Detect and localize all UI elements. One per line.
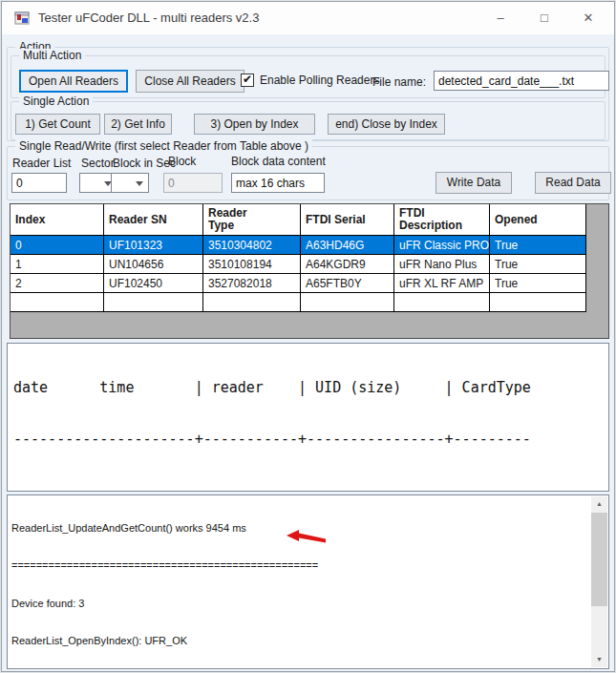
readers-table: Index Reader SN Reader Type FTDI Serial …	[10, 203, 609, 339]
column-header-ftdi-description[interactable]: FTDI Description	[394, 204, 490, 236]
scroll-down-icon[interactable]: ▼	[591, 652, 607, 667]
table-cell[interactable]: uFR Classic PRO...	[394, 236, 490, 255]
scrollbar-thumb[interactable]	[591, 513, 607, 606]
block-data-content-label: Block data content	[231, 155, 326, 168]
table-cell[interactable]: A64KGDR9	[301, 255, 394, 274]
table-cell[interactable]: UN104656	[104, 255, 203, 274]
card-log-panel[interactable]: date time | reader | UID (size) | CardTy…	[7, 343, 609, 492]
checkbox-box[interactable]: ✔	[241, 74, 254, 87]
table-cell[interactable]	[301, 293, 394, 312]
column-header-index[interactable]: Index	[11, 204, 104, 236]
write-data-button[interactable]: Write Data	[435, 172, 512, 194]
file-name-input[interactable]	[434, 71, 609, 91]
table-cell[interactable]: 2	[11, 274, 104, 293]
read-data-button[interactable]: Read Data	[535, 172, 611, 194]
readers-table-grid: Index Reader SN Reader Type FTDI Serial …	[11, 204, 586, 312]
enable-polling-checkbox[interactable]: ✔ Enable Polling Readers	[241, 74, 379, 87]
table-cell[interactable]: True	[490, 255, 586, 274]
multi-action-group: Multi Action Open All Readers Close All …	[11, 55, 605, 98]
single-action-group-label: Single Action	[19, 95, 93, 108]
log-line: Device found: 3	[11, 598, 589, 610]
log-line: ReaderList_OpenByIndex(): UFR_OK	[11, 635, 589, 647]
table-cell[interactable]: True	[490, 274, 586, 293]
table-cell[interactable]: 0	[11, 236, 104, 255]
column-header-reader-type[interactable]: Reader Type	[203, 204, 301, 236]
table-cell[interactable]: UF102450	[104, 274, 203, 293]
card-log-separator-line: ---------------------+-----------+------…	[13, 431, 531, 448]
get-info-button[interactable]: 2) Get Info	[104, 114, 172, 135]
multi-action-group-label: Multi Action	[19, 49, 85, 62]
table-cell[interactable]: UF101323	[104, 236, 203, 255]
table-cell[interactable]: uFR XL RF AMP	[394, 274, 490, 293]
table-cell[interactable]: 3527082018	[203, 274, 301, 293]
reader-list-label: Reader List	[12, 157, 71, 170]
table-cell[interactable]: A65FTB0Y	[301, 274, 394, 293]
scroll-up-icon[interactable]: ▲	[591, 496, 607, 512]
table-cell[interactable]	[490, 293, 586, 312]
table-cell[interactable]: uFR Nano Plus	[394, 255, 490, 274]
table-cell[interactable]	[394, 293, 490, 312]
sector-label: Sector	[81, 157, 115, 170]
title-bar: Tester uFCoder DLL - multi readers v2.3 …	[2, 2, 614, 34]
get-count-button[interactable]: 1) Get Count	[15, 114, 100, 135]
table-cell[interactable]: True	[490, 236, 586, 255]
minimize-button[interactable]: –	[486, 2, 515, 34]
block-in-sec-label: Block in Sec	[113, 157, 176, 170]
action-group: Action Multi Action Open All Readers Clo…	[7, 47, 609, 141]
single-read-write-group: Single Read/Write (first select Reader f…	[7, 146, 609, 200]
app-window: Tester uFCoder DLL - multi readers v2.3 …	[1, 1, 615, 672]
vertical-scrollbar[interactable]: ▲ ▼	[591, 496, 607, 667]
open-all-readers-button[interactable]: Open All Readers	[19, 70, 128, 93]
table-cell[interactable]	[203, 293, 301, 312]
log-line: ========================================…	[11, 559, 589, 572]
checkmark-icon: ✔	[243, 73, 252, 86]
block-data-content-input[interactable]	[231, 173, 325, 193]
table-cell[interactable]: 3510304802	[203, 236, 301, 255]
column-header-reader-sn[interactable]: Reader SN	[104, 204, 203, 236]
close-all-readers-button[interactable]: Close All Readers	[136, 70, 244, 93]
window-title: Tester uFCoder DLL - multi readers v2.3	[38, 11, 259, 25]
file-name-label: File name:	[372, 75, 426, 89]
enable-polling-label: Enable Polling Readers	[260, 74, 379, 87]
app-icon	[14, 11, 30, 26]
close-by-index-button[interactable]: end) Close by Index	[328, 114, 445, 135]
block-in-sec-dropdown[interactable]	[111, 173, 149, 193]
reader-list-input[interactable]	[11, 173, 67, 193]
status-log-lines: ReaderList_UpdateAndGetCount() works 945…	[11, 497, 589, 672]
status-log-panel[interactable]: ReaderList_UpdateAndGetCount() works 945…	[7, 494, 609, 669]
column-header-ftdi-serial[interactable]: FTDI Serial	[301, 204, 394, 236]
single-read-write-group-label: Single Read/Write (first select Reader f…	[15, 139, 312, 153]
table-cell[interactable]	[104, 293, 203, 312]
maximize-button[interactable]: □	[530, 2, 559, 34]
open-by-index-button[interactable]: 3) Open by Index	[194, 114, 315, 135]
card-log-header-line: date time | reader | UID (size) | CardTy…	[13, 379, 531, 396]
column-header-opened[interactable]: Opened	[490, 204, 586, 236]
table-cell[interactable]: A63HD46G	[301, 236, 394, 255]
block-label: Block	[168, 155, 196, 168]
single-action-group: Single Action 1) Get Count 2) Get Info 3…	[11, 101, 605, 140]
table-cell[interactable]: 3510108194	[203, 255, 301, 274]
block-input	[163, 173, 223, 193]
table-cell[interactable]: 1	[11, 255, 104, 274]
close-button[interactable]: ✕	[574, 2, 603, 34]
table-cell[interactable]	[11, 293, 104, 312]
chevron-down-icon	[136, 181, 143, 186]
annotation-arrow-icon	[286, 528, 329, 547]
